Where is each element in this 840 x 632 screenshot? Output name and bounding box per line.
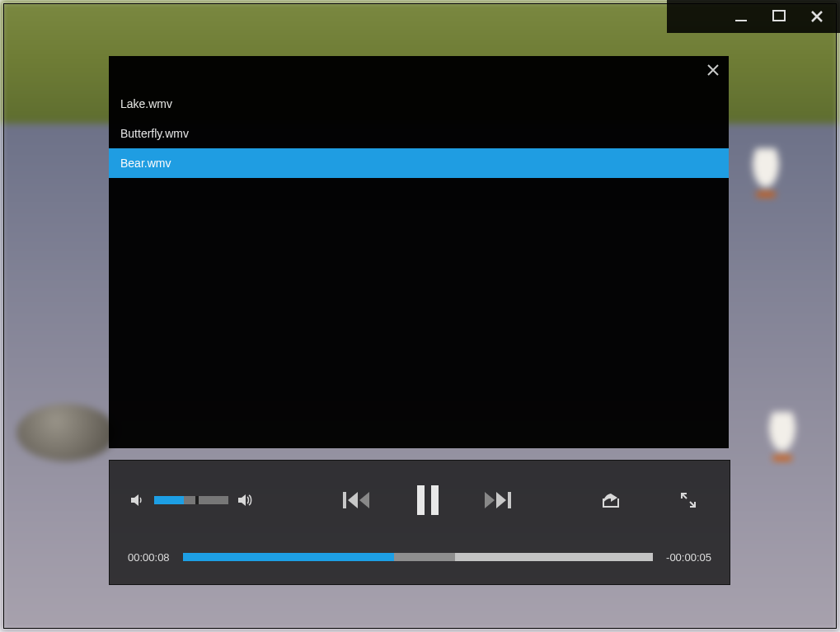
- maximize-icon: [772, 10, 786, 23]
- playlist-close-button[interactable]: [707, 63, 719, 80]
- playlist-panel: Lake.wmv Butterfly.wmv Bear.wmv: [109, 56, 729, 448]
- elapsed-time: 00:00:08: [128, 551, 170, 564]
- minimize-button[interactable]: [734, 10, 748, 23]
- seek-bar[interactable]: [183, 553, 653, 561]
- share-button[interactable]: [601, 491, 622, 509]
- mute-button[interactable]: [129, 492, 146, 508]
- playlist-item[interactable]: Lake.wmv: [109, 89, 729, 119]
- skip-next-icon: [481, 489, 514, 512]
- fullscreen-button[interactable]: [680, 492, 697, 508]
- playlist-item[interactable]: Bear.wmv: [109, 148, 729, 178]
- svg-rect-1: [773, 11, 785, 21]
- share-icon: [601, 491, 622, 509]
- player-controls: 00:00:08 -00:00:05: [109, 460, 730, 585]
- previous-button[interactable]: [341, 489, 374, 512]
- close-icon: [810, 10, 824, 23]
- volume-slider[interactable]: [154, 496, 228, 504]
- playlist-items: Lake.wmv Butterfly.wmv Bear.wmv: [109, 89, 729, 178]
- playlist-item[interactable]: Butterfly.wmv: [109, 119, 729, 148]
- play-pause-button[interactable]: [414, 484, 442, 517]
- next-button[interactable]: [481, 489, 514, 512]
- minimize-icon: [734, 10, 748, 23]
- svg-rect-2: [343, 492, 346, 508]
- fullscreen-icon: [680, 492, 697, 508]
- skip-previous-icon: [341, 489, 374, 512]
- svg-rect-0: [735, 20, 747, 21]
- svg-rect-5: [508, 492, 511, 508]
- volume-max-button[interactable]: [237, 492, 255, 508]
- window-close-button[interactable]: [810, 10, 824, 23]
- maximize-button[interactable]: [772, 10, 786, 23]
- volume-group: [129, 492, 255, 508]
- svg-rect-3: [417, 485, 425, 515]
- window-titlebar: [667, 0, 840, 33]
- remaining-time: -00:00:05: [666, 551, 711, 564]
- pause-icon: [414, 484, 442, 517]
- svg-rect-4: [431, 485, 439, 515]
- close-icon: [707, 64, 719, 76]
- speaker-high-icon: [237, 492, 255, 508]
- speaker-low-icon: [129, 492, 146, 508]
